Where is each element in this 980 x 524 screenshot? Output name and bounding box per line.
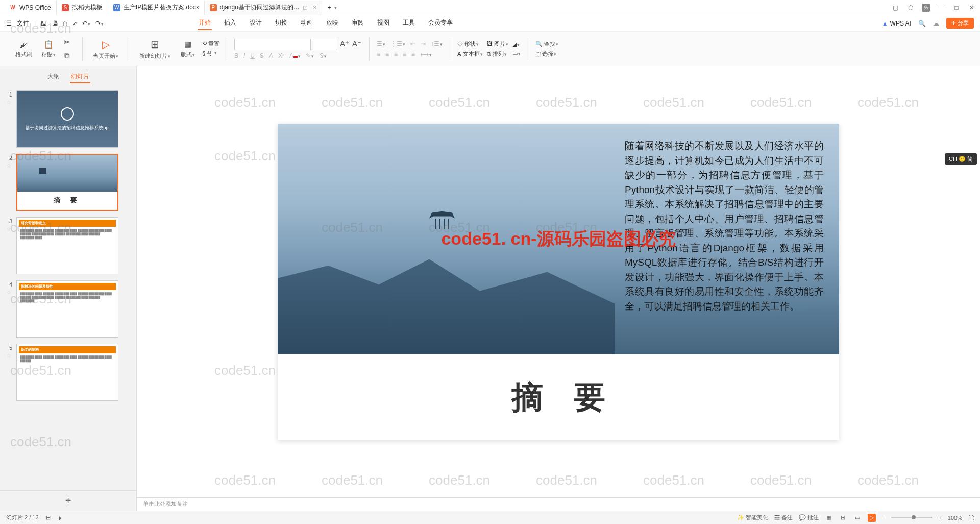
play-from-current-button[interactable]: ▷当页开始▾: [90, 38, 121, 60]
tab-transition[interactable]: 切换: [274, 16, 288, 30]
save-icon[interactable]: 🖫: [41, 20, 47, 27]
cut-icon[interactable]: ✂: [62, 37, 72, 47]
hamburger-icon[interactable]: ☰: [6, 20, 12, 27]
fit-icon[interactable]: ⛶: [968, 515, 974, 521]
star-icon[interactable]: ☆: [7, 290, 11, 295]
wps-ai-button[interactable]: ▲WPS AI: [882, 20, 911, 27]
tab-review[interactable]: 审阅: [351, 16, 365, 30]
reset-button[interactable]: ⟲重置: [202, 40, 219, 48]
align-center-icon[interactable]: ≡: [385, 51, 389, 58]
status-icon[interactable]: ⊞: [46, 514, 51, 521]
sorter-view-icon[interactable]: ⊞: [839, 514, 847, 522]
increase-font-icon[interactable]: A⁺: [339, 39, 350, 49]
comments-toggle[interactable]: 💬 批注: [799, 514, 819, 521]
zoom-in-icon[interactable]: +: [938, 515, 941, 521]
slide-thumb-1[interactable]: 基于协同过滤算法的招聘信息推荐系统ppt: [16, 90, 118, 148]
find-button[interactable]: 🔍 查找▾: [535, 40, 558, 48]
text-direction-icon[interactable]: ⟷▾: [420, 51, 432, 58]
cloud-icon[interactable]: ☁: [933, 20, 939, 27]
status-icon[interactable]: ⏵: [58, 515, 63, 521]
fill-button[interactable]: ◢▾: [512, 41, 521, 48]
slide-canvas[interactable]: 随着网络科技的不断发展以及人们经济水平的逐步提高，计算机如今已成为人们生活中不可…: [278, 124, 839, 440]
align-right-icon[interactable]: ≡: [394, 51, 398, 58]
normal-view-icon[interactable]: ▦: [825, 514, 833, 522]
close-icon[interactable]: ×: [313, 4, 317, 11]
tab-insert[interactable]: 插入: [223, 16, 237, 30]
tab-template[interactable]: S 找稻壳模板: [57, 1, 108, 15]
slide-body-text[interactable]: 随着网络科技的不断发展以及人们经济水平的逐步提高，计算机如今已成为人们生活中不可…: [625, 139, 824, 314]
italic-icon[interactable]: I: [243, 52, 245, 59]
tab-slides[interactable]: 幻灯片: [70, 70, 90, 83]
copy-icon[interactable]: ⧉: [62, 51, 72, 61]
notes-pane[interactable]: 单击此处添加备注: [137, 497, 980, 511]
tab-app[interactable]: W WPS Office: [4, 1, 57, 15]
tab-docx[interactable]: W 生产IP模图片替换方案.docx: [108, 1, 205, 15]
canvas-scroll[interactable]: 随着网络科技的不断发展以及人们经济水平的逐步提高，计算机如今已成为人们生活中不可…: [137, 66, 980, 497]
tab-member[interactable]: 会员专享: [427, 16, 454, 30]
share-button[interactable]: ✈ 分享: [946, 18, 974, 29]
bullets-icon[interactable]: ☰▾: [377, 40, 385, 47]
zoom-value[interactable]: 100%: [948, 515, 962, 521]
format-painter-button[interactable]: 🖌格式刷: [12, 39, 35, 58]
star-icon[interactable]: ☆: [7, 163, 11, 169]
minimize-button[interactable]: —: [937, 4, 945, 12]
shape-button[interactable]: ◇ 形状▾: [457, 40, 483, 48]
maximize-button[interactable]: □: [952, 4, 961, 12]
numbering-icon[interactable]: ⋮☰▾: [390, 40, 405, 47]
new-slide-button[interactable]: ⊞新建幻灯片▾: [136, 38, 174, 60]
tab-slideshow[interactable]: 放映: [325, 16, 339, 30]
file-menu[interactable]: 文件: [17, 19, 29, 28]
picture-button[interactable]: 🖼 图片▾: [487, 40, 508, 48]
outline-button[interactable]: ▭▾: [512, 50, 521, 57]
line-spacing-icon[interactable]: ↕☰▾: [431, 40, 443, 47]
star-icon[interactable]: ☆: [7, 353, 11, 359]
add-slide-button[interactable]: +: [0, 490, 136, 511]
undo-icon[interactable]: ↶▾: [82, 20, 90, 27]
zoom-slider[interactable]: [891, 517, 932, 518]
ime-indicator[interactable]: CH 🙂 简: [945, 153, 977, 165]
star-icon[interactable]: ☆: [7, 226, 11, 232]
arrange-button[interactable]: ⧉ 排列▾: [487, 50, 508, 58]
highlight-icon[interactable]: ✎▾: [306, 52, 314, 59]
tab-view[interactable]: 视图: [376, 16, 390, 30]
slideshow-view-icon[interactable]: ▷: [868, 514, 876, 522]
slide-title[interactable]: 摘要: [278, 354, 839, 440]
indent-inc-icon[interactable]: ⇥: [421, 40, 426, 47]
close-button[interactable]: ✕: [968, 4, 976, 12]
clear-format-icon[interactable]: ⅋▾: [319, 52, 327, 59]
tab-animation[interactable]: 动画: [300, 16, 314, 30]
superscript-icon[interactable]: X²: [278, 52, 284, 59]
align-justify-icon[interactable]: ≡: [403, 51, 406, 58]
align-distribute-icon[interactable]: ≡: [411, 51, 415, 58]
paste-button[interactable]: 📋粘贴▾: [38, 39, 59, 58]
layout-button[interactable]: ▦版式▾: [178, 39, 198, 58]
zoom-out-icon[interactable]: −: [882, 515, 885, 521]
slide-thumb-2[interactable]: 摘 要: [16, 154, 118, 211]
redo-icon[interactable]: ↷▾: [95, 20, 104, 27]
search-icon[interactable]: 🔍: [918, 20, 926, 27]
avatar-icon[interactable]: 头: [922, 4, 930, 12]
reading-view-icon[interactable]: ▭: [853, 514, 862, 522]
text-effect-icon[interactable]: A: [269, 52, 273, 59]
slide-thumb-3[interactable]: 研究背景和意义 ████████ ████ ██████ ████████ ██…: [16, 217, 118, 274]
font-size-select[interactable]: [313, 39, 337, 50]
tab-home[interactable]: 开始: [198, 16, 212, 30]
slide-thumb-4[interactable]: 拟解决的问题及特性 ████████ ████ ██████ ████████ …: [16, 280, 118, 338]
textbox-button[interactable]: A̲ 文本框▾: [457, 50, 483, 58]
slide-thumb-5[interactable]: 论文的结构 ████████ ████ ██████ ████████ ████…: [16, 344, 118, 401]
decrease-font-icon[interactable]: A⁻: [352, 39, 362, 49]
tab-design[interactable]: 设计: [249, 16, 263, 30]
underline-icon[interactable]: U: [250, 52, 255, 59]
strike-icon[interactable]: S̶: [260, 52, 264, 59]
export-icon[interactable]: ↗: [72, 20, 77, 27]
print-icon[interactable]: 🖶: [52, 20, 58, 27]
cube-icon[interactable]: ⬡: [906, 4, 915, 12]
new-tab-button[interactable]: + ▾: [322, 1, 342, 15]
print-preview-icon[interactable]: ⎙: [63, 20, 67, 27]
indent-dec-icon[interactable]: ⇤: [410, 40, 415, 47]
window-icon[interactable]: ▢: [891, 4, 899, 12]
tab-outline[interactable]: 大纲: [46, 70, 61, 83]
tab-ppt-active[interactable]: P django基于协同过滤算法的… ⊡ ×: [205, 1, 323, 15]
star-icon[interactable]: ☆: [7, 100, 11, 105]
beautify-button[interactable]: ✨ 智能美化: [737, 514, 768, 521]
